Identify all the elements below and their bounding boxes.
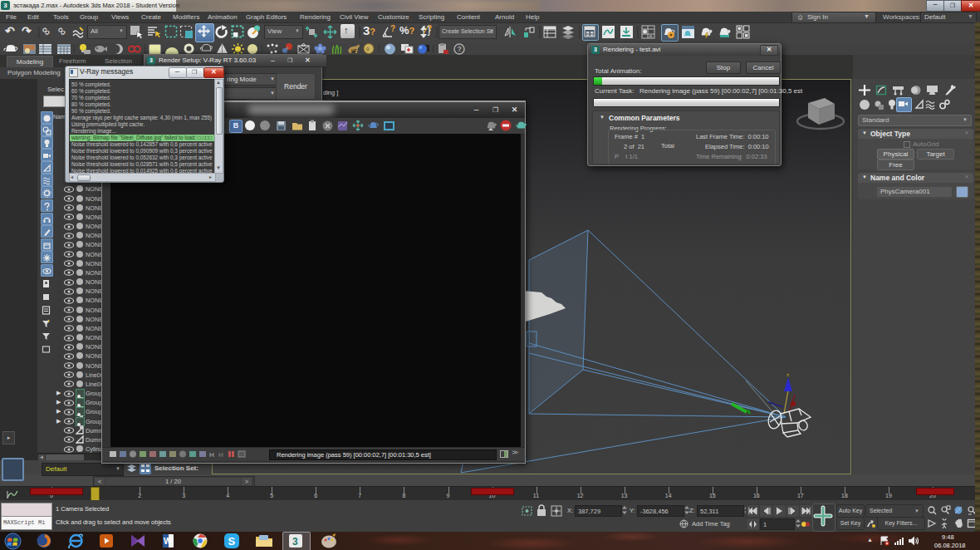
svg-text:z: z [786,372,789,377]
svg-text:H: H [218,451,223,459]
svg-text:S: S [228,535,236,548]
svg-text:?: ? [458,45,463,53]
svg-text:HF: HF [351,48,357,53]
svg-text:H: H [209,451,214,459]
svg-text:3: 3 [292,536,298,548]
svg-text:W: W [164,537,172,546]
svg-text:?: ? [390,25,395,33]
